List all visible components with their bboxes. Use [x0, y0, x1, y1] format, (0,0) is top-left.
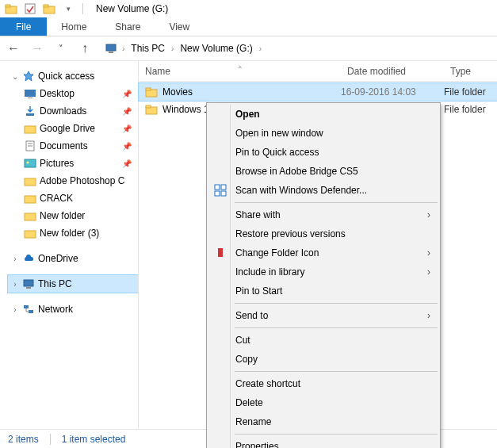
qat-dropdown-icon[interactable]: ▾	[62, 2, 75, 15]
sidebar-item-crack[interactable]: CRACK	[8, 190, 138, 207]
column-label: Name	[145, 66, 170, 77]
svg-rect-15	[25, 159, 36, 167]
properties-qat-icon[interactable]	[24, 2, 36, 15]
file-row[interactable]: Movies 16-09-2016 14:03 File folder	[139, 83, 497, 101]
folder-icon	[24, 174, 36, 187]
column-name[interactable]: Name ⌃	[139, 66, 341, 77]
menu-include-library[interactable]: Include in library›	[208, 262, 438, 281]
sidebar-item-label: Quick access	[38, 71, 138, 82]
menu-copy[interactable]: Copy	[208, 350, 438, 369]
sidebar-item-desktop[interactable]: Desktop📌	[8, 85, 138, 102]
chevron-right-icon[interactable]: ›	[256, 44, 265, 53]
pin-icon: 📌	[122, 142, 138, 151]
menu-cut[interactable]: Cut	[208, 331, 438, 350]
tab-share[interactable]: Share	[101, 17, 155, 36]
submenu-arrow-icon: ›	[427, 247, 430, 258]
caret-down-icon[interactable]: ⌄	[11, 72, 19, 81]
nav-up-icon[interactable]: ↑	[78, 41, 92, 56]
sidebar-network[interactable]: › Network	[8, 301, 138, 318]
menu-separator	[235, 434, 438, 435]
sidebar-item-documents[interactable]: Documents📌	[8, 137, 138, 155]
nav-back-icon[interactable]: ←	[6, 41, 21, 56]
folder-icon	[24, 122, 36, 135]
chevron-right-icon[interactable]: ›	[168, 44, 177, 53]
menu-open[interactable]: Open	[208, 105, 438, 124]
svg-rect-18	[25, 196, 36, 203]
cloud-icon	[22, 252, 35, 265]
sidebar-item-newfolder[interactable]: New folder	[8, 207, 138, 224]
menu-change-folder-icon[interactable]: Change Folder Icon›	[208, 243, 438, 262]
menu-label: Include in library	[235, 266, 304, 278]
tab-view[interactable]: View	[155, 17, 204, 36]
caret-right-icon[interactable]: ›	[11, 305, 19, 314]
sidebar-item-ps[interactable]: Adobe Photoshop C	[8, 172, 138, 190]
newfolder-qat-icon[interactable]	[43, 2, 55, 15]
nav-forward-icon[interactable]: →	[30, 41, 44, 56]
svg-rect-22	[26, 287, 31, 289]
sidebar-item-label: Network	[38, 304, 138, 315]
menu-rename[interactable]: Rename	[208, 412, 438, 431]
folder-icon	[24, 209, 36, 222]
menu-restore-versions[interactable]: Restore previous versions	[208, 224, 438, 243]
sidebar-item-gdrive[interactable]: Google Drive📌	[8, 120, 138, 137]
sidebar-item-downloads[interactable]: Downloads📌	[8, 102, 138, 120]
menu-scan-defender[interactable]: Scan with Windows Defender...	[208, 181, 438, 200]
caret-right-icon[interactable]: ›	[11, 255, 19, 263]
menu-label: Open	[235, 109, 260, 120]
column-type[interactable]: Type	[444, 66, 497, 77]
menu-open-new-window[interactable]: Open in new window	[208, 124, 438, 143]
svg-rect-19	[25, 213, 36, 220]
sidebar-item-pictures[interactable]: Pictures📌	[8, 155, 138, 172]
tab-home[interactable]: Home	[47, 17, 101, 36]
submenu-arrow-icon: ›	[427, 209, 430, 220]
titlebar: ▾ New Volume (G:)	[0, 0, 497, 17]
sidebar-item-label: New folder (3)	[40, 228, 138, 239]
folder-icon	[145, 103, 158, 116]
menu-browse-bridge[interactable]: Browse in Adobe Bridge CS5	[208, 162, 438, 181]
file-name: Movies	[162, 86, 193, 98]
folder-icon	[24, 227, 36, 239]
menu-send-to[interactable]: Send to›	[208, 306, 438, 325]
menu-share-with[interactable]: Share with›	[208, 205, 438, 224]
nav-recent-icon[interactable]: ˅	[54, 44, 68, 54]
caret-right-icon[interactable]: ›	[11, 280, 19, 289]
column-headers: Name ⌃ Date modified Type	[139, 61, 497, 82]
menu-delete[interactable]: Delete	[208, 393, 438, 412]
sidebar-item-label: Adobe Photoshop C	[40, 175, 138, 186]
sidebar-item-label: CRACK	[40, 193, 138, 204]
sidebar-item-label: Downloads	[40, 105, 119, 117]
qat-separator	[82, 3, 83, 14]
svg-rect-33	[218, 248, 223, 257]
column-date[interactable]: Date modified	[341, 66, 444, 77]
sidebar-item-label: New folder	[40, 210, 138, 221]
crumb-volume[interactable]: New Volume (G:)	[178, 43, 254, 54]
svg-rect-6	[109, 52, 113, 53]
svg-rect-10	[26, 113, 34, 116]
sidebar-onedrive[interactable]: › OneDrive	[8, 250, 138, 267]
sidebar-thispc[interactable]: › This PC	[8, 275, 138, 293]
status-count: 2 items	[8, 434, 39, 445]
svg-rect-29	[215, 185, 220, 190]
menu-pin-start[interactable]: Pin to Start	[208, 281, 438, 301]
file-name: Windows 1	[162, 104, 209, 115]
navbar: ← → ˅ ↑ › This PC › New Volume (G:) ›	[0, 36, 497, 61]
menu-label: Share with	[235, 209, 281, 220]
tab-file[interactable]: File	[0, 17, 47, 36]
menu-pin-quick-access[interactable]: Pin to Quick access	[208, 143, 438, 162]
pin-icon: 📌	[122, 124, 138, 133]
chevron-right-icon[interactable]: ›	[119, 44, 128, 53]
folder-icon	[145, 86, 158, 98]
folder-icon	[5, 2, 17, 15]
address-bar[interactable]: › This PC › New Volume (G:) ›	[101, 40, 491, 58]
svg-rect-32	[221, 191, 226, 196]
sidebar-item-newfolder3[interactable]: New folder (3)	[8, 224, 138, 242]
crumb-thispc[interactable]: This PC	[129, 43, 166, 54]
downloads-icon	[24, 105, 36, 117]
context-menu: Open Open in new window Pin to Quick acc…	[206, 102, 441, 448]
svg-rect-26	[146, 88, 151, 90]
menu-create-shortcut[interactable]: Create shortcut	[208, 374, 438, 393]
sidebar-quick-access[interactable]: ⌄ Quick access	[8, 67, 138, 85]
network-icon	[22, 303, 35, 316]
menu-separator	[235, 327, 438, 328]
menu-properties[interactable]: Properties	[208, 437, 438, 448]
